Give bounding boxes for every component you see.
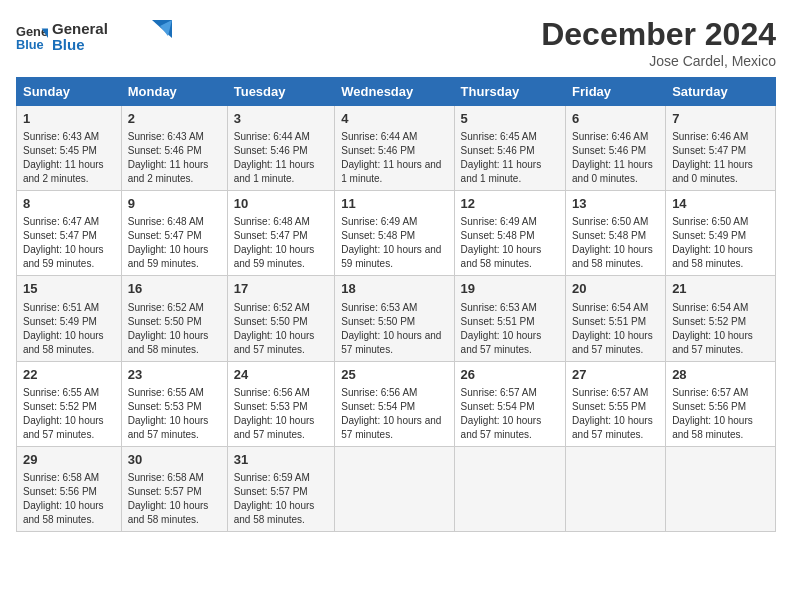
- day-number: 16: [128, 280, 221, 298]
- svg-text:Blue: Blue: [52, 36, 85, 53]
- calendar-cell: 22Sunrise: 6:55 AMSunset: 5:52 PMDayligh…: [17, 361, 122, 446]
- day-number: 18: [341, 280, 447, 298]
- day-number: 2: [128, 110, 221, 128]
- day-number: 10: [234, 195, 329, 213]
- calendar-cell: 2Sunrise: 6:43 AMSunset: 5:46 PMDaylight…: [121, 106, 227, 191]
- day-info: Sunrise: 6:50 AMSunset: 5:49 PMDaylight:…: [672, 215, 769, 271]
- logo-bird-icon: General Blue: [52, 16, 172, 56]
- day-number: 14: [672, 195, 769, 213]
- calendar-cell: 30Sunrise: 6:58 AMSunset: 5:57 PMDayligh…: [121, 446, 227, 531]
- day-info: Sunrise: 6:58 AMSunset: 5:56 PMDaylight:…: [23, 471, 115, 527]
- day-info: Sunrise: 6:57 AMSunset: 5:54 PMDaylight:…: [461, 386, 559, 442]
- day-number: 5: [461, 110, 559, 128]
- day-number: 27: [572, 366, 659, 384]
- day-number: 17: [234, 280, 329, 298]
- calendar-cell: 14Sunrise: 6:50 AMSunset: 5:49 PMDayligh…: [666, 191, 776, 276]
- calendar-cell: 15Sunrise: 6:51 AMSunset: 5:49 PMDayligh…: [17, 276, 122, 361]
- day-info: Sunrise: 6:55 AMSunset: 5:52 PMDaylight:…: [23, 386, 115, 442]
- day-info: Sunrise: 6:49 AMSunset: 5:48 PMDaylight:…: [341, 215, 447, 271]
- day-info: Sunrise: 6:48 AMSunset: 5:47 PMDaylight:…: [234, 215, 329, 271]
- day-info: Sunrise: 6:56 AMSunset: 5:53 PMDaylight:…: [234, 386, 329, 442]
- day-number: 28: [672, 366, 769, 384]
- day-number: 26: [461, 366, 559, 384]
- day-info: Sunrise: 6:53 AMSunset: 5:50 PMDaylight:…: [341, 301, 447, 357]
- calendar-cell: 1Sunrise: 6:43 AMSunset: 5:45 PMDaylight…: [17, 106, 122, 191]
- day-number: 23: [128, 366, 221, 384]
- calendar-cell: 8Sunrise: 6:47 AMSunset: 5:47 PMDaylight…: [17, 191, 122, 276]
- day-number: 31: [234, 451, 329, 469]
- calendar-cell: 31Sunrise: 6:59 AMSunset: 5:57 PMDayligh…: [227, 446, 335, 531]
- column-header-tuesday: Tuesday: [227, 78, 335, 106]
- day-info: Sunrise: 6:44 AMSunset: 5:46 PMDaylight:…: [234, 130, 329, 186]
- day-number: 12: [461, 195, 559, 213]
- day-info: Sunrise: 6:54 AMSunset: 5:52 PMDaylight:…: [672, 301, 769, 357]
- day-number: 9: [128, 195, 221, 213]
- day-info: Sunrise: 6:50 AMSunset: 5:48 PMDaylight:…: [572, 215, 659, 271]
- logo-icon: General Blue: [16, 22, 48, 54]
- day-number: 20: [572, 280, 659, 298]
- day-info: Sunrise: 6:54 AMSunset: 5:51 PMDaylight:…: [572, 301, 659, 357]
- calendar-cell: 20Sunrise: 6:54 AMSunset: 5:51 PMDayligh…: [566, 276, 666, 361]
- svg-text:Blue: Blue: [16, 37, 44, 52]
- month-title: December 2024: [541, 16, 776, 53]
- calendar-cell: 12Sunrise: 6:49 AMSunset: 5:48 PMDayligh…: [454, 191, 565, 276]
- day-info: Sunrise: 6:53 AMSunset: 5:51 PMDaylight:…: [461, 301, 559, 357]
- calendar-week-row: 29Sunrise: 6:58 AMSunset: 5:56 PMDayligh…: [17, 446, 776, 531]
- day-info: Sunrise: 6:59 AMSunset: 5:57 PMDaylight:…: [234, 471, 329, 527]
- day-info: Sunrise: 6:48 AMSunset: 5:47 PMDaylight:…: [128, 215, 221, 271]
- calendar-cell: 17Sunrise: 6:52 AMSunset: 5:50 PMDayligh…: [227, 276, 335, 361]
- day-info: Sunrise: 6:46 AMSunset: 5:47 PMDaylight:…: [672, 130, 769, 186]
- column-header-monday: Monday: [121, 78, 227, 106]
- logo: General Blue General Blue: [16, 16, 172, 60]
- svg-text:General: General: [52, 20, 108, 37]
- column-header-thursday: Thursday: [454, 78, 565, 106]
- column-header-saturday: Saturday: [666, 78, 776, 106]
- day-info: Sunrise: 6:57 AMSunset: 5:56 PMDaylight:…: [672, 386, 769, 442]
- calendar-cell: [335, 446, 454, 531]
- calendar-cell: 27Sunrise: 6:57 AMSunset: 5:55 PMDayligh…: [566, 361, 666, 446]
- day-number: 29: [23, 451, 115, 469]
- calendar-cell: 18Sunrise: 6:53 AMSunset: 5:50 PMDayligh…: [335, 276, 454, 361]
- calendar-cell: [454, 446, 565, 531]
- location: Jose Cardel, Mexico: [541, 53, 776, 69]
- calendar-cell: 10Sunrise: 6:48 AMSunset: 5:47 PMDayligh…: [227, 191, 335, 276]
- calendar-week-row: 1Sunrise: 6:43 AMSunset: 5:45 PMDaylight…: [17, 106, 776, 191]
- column-header-friday: Friday: [566, 78, 666, 106]
- day-number: 21: [672, 280, 769, 298]
- page-header: General Blue General Blue December 2024 …: [16, 16, 776, 69]
- day-info: Sunrise: 6:43 AMSunset: 5:45 PMDaylight:…: [23, 130, 115, 186]
- calendar-week-row: 15Sunrise: 6:51 AMSunset: 5:49 PMDayligh…: [17, 276, 776, 361]
- day-info: Sunrise: 6:46 AMSunset: 5:46 PMDaylight:…: [572, 130, 659, 186]
- day-number: 13: [572, 195, 659, 213]
- calendar-cell: 19Sunrise: 6:53 AMSunset: 5:51 PMDayligh…: [454, 276, 565, 361]
- day-info: Sunrise: 6:52 AMSunset: 5:50 PMDaylight:…: [234, 301, 329, 357]
- calendar-header-row: SundayMondayTuesdayWednesdayThursdayFrid…: [17, 78, 776, 106]
- calendar-cell: [566, 446, 666, 531]
- column-header-sunday: Sunday: [17, 78, 122, 106]
- calendar-cell: 29Sunrise: 6:58 AMSunset: 5:56 PMDayligh…: [17, 446, 122, 531]
- calendar-cell: 25Sunrise: 6:56 AMSunset: 5:54 PMDayligh…: [335, 361, 454, 446]
- day-info: Sunrise: 6:45 AMSunset: 5:46 PMDaylight:…: [461, 130, 559, 186]
- calendar-week-row: 8Sunrise: 6:47 AMSunset: 5:47 PMDaylight…: [17, 191, 776, 276]
- day-number: 4: [341, 110, 447, 128]
- day-number: 1: [23, 110, 115, 128]
- calendar-week-row: 22Sunrise: 6:55 AMSunset: 5:52 PMDayligh…: [17, 361, 776, 446]
- day-number: 6: [572, 110, 659, 128]
- day-number: 7: [672, 110, 769, 128]
- column-header-wednesday: Wednesday: [335, 78, 454, 106]
- calendar-cell: [666, 446, 776, 531]
- calendar-cell: 3Sunrise: 6:44 AMSunset: 5:46 PMDaylight…: [227, 106, 335, 191]
- calendar-cell: 5Sunrise: 6:45 AMSunset: 5:46 PMDaylight…: [454, 106, 565, 191]
- day-info: Sunrise: 6:52 AMSunset: 5:50 PMDaylight:…: [128, 301, 221, 357]
- day-info: Sunrise: 6:57 AMSunset: 5:55 PMDaylight:…: [572, 386, 659, 442]
- day-info: Sunrise: 6:51 AMSunset: 5:49 PMDaylight:…: [23, 301, 115, 357]
- calendar-cell: 21Sunrise: 6:54 AMSunset: 5:52 PMDayligh…: [666, 276, 776, 361]
- day-number: 15: [23, 280, 115, 298]
- day-number: 3: [234, 110, 329, 128]
- day-info: Sunrise: 6:58 AMSunset: 5:57 PMDaylight:…: [128, 471, 221, 527]
- page-container: General Blue General Blue December 2024 …: [16, 16, 776, 532]
- day-number: 30: [128, 451, 221, 469]
- title-block: December 2024 Jose Cardel, Mexico: [541, 16, 776, 69]
- calendar-cell: 13Sunrise: 6:50 AMSunset: 5:48 PMDayligh…: [566, 191, 666, 276]
- day-number: 25: [341, 366, 447, 384]
